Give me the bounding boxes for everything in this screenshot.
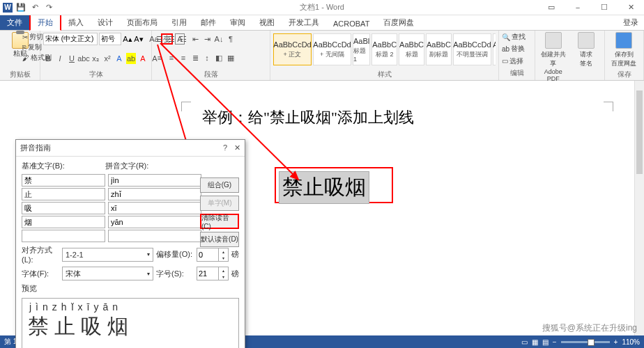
- bold-button[interactable]: B: [43, 53, 53, 64]
- highlight-button[interactable]: ab: [126, 53, 136, 64]
- base-text-input[interactable]: [22, 216, 105, 228]
- styles-gallery[interactable]: AaBbCcDd+ 正文AaBbCcDd+ 无间隔AaBl标题 1AaBbC标题…: [273, 32, 496, 67]
- tab-insert[interactable]: 插入: [61, 15, 91, 30]
- base-text-input[interactable]: [22, 174, 105, 187]
- zoom-slider[interactable]: [561, 341, 610, 343]
- selected-text[interactable]: 禁止吸烟: [279, 171, 369, 204]
- font-size-select[interactable]: 初号: [99, 33, 121, 45]
- style-item[interactable]: AaBbC标题 2: [371, 33, 397, 65]
- multilevel-button[interactable]: ☷: [178, 33, 188, 45]
- base-text-input[interactable]: [22, 230, 105, 242]
- ruby-text-input[interactable]: [108, 216, 201, 228]
- select-button[interactable]: ▭选择: [502, 56, 532, 66]
- numbering-button[interactable]: ☲: [167, 33, 176, 45]
- default-reading-button[interactable]: 默认读音(D): [200, 232, 239, 247]
- save-qat[interactable]: 💾: [15, 2, 26, 13]
- offset-stepper[interactable]: ▴▾: [197, 248, 229, 262]
- font-name-select[interactable]: 宋体 (中文正文): [43, 33, 98, 45]
- style-item[interactable]: AaBbC标题: [399, 33, 424, 65]
- style-item[interactable]: AaBbCcDd+ 正文: [273, 33, 312, 65]
- styles-label: 样式: [273, 70, 496, 80]
- redo-qat[interactable]: ↷: [43, 2, 54, 13]
- vertical-scrollbar[interactable]: [634, 81, 644, 335]
- italic-button[interactable]: I: [55, 53, 65, 64]
- style-item[interactable]: AaBl标题 1: [353, 33, 370, 65]
- login-link[interactable]: 登录: [618, 15, 644, 30]
- tab-design[interactable]: 设计: [91, 15, 120, 30]
- underline-button[interactable]: U: [67, 53, 77, 64]
- shrink-font-button[interactable]: A▾: [134, 33, 144, 45]
- preview-label: 预览: [22, 283, 239, 294]
- tab-developer[interactable]: 开发工具: [282, 15, 326, 30]
- borders-button[interactable]: ▦: [226, 52, 236, 63]
- preview-box: jìnzhǐxīyān 禁止吸烟: [22, 298, 239, 348]
- undo-qat[interactable]: ↶: [29, 2, 40, 13]
- document-text[interactable]: 举例：给"禁止吸烟"添加上划线: [202, 107, 414, 128]
- tab-acrobat[interactable]: ACROBAT: [326, 17, 376, 30]
- read-mode-icon[interactable]: ▭: [521, 338, 528, 346]
- chevron-down-icon: ▾: [147, 251, 150, 258]
- scroll-thumb[interactable]: [636, 90, 643, 174]
- minimize-icon[interactable]: −: [567, 1, 588, 15]
- dec-indent-button[interactable]: ⇤: [190, 33, 200, 45]
- dialog-help-icon[interactable]: ?: [223, 143, 227, 152]
- ruby-text-input[interactable]: [108, 188, 201, 200]
- font-color-button[interactable]: A: [138, 53, 148, 64]
- font-select[interactable]: 宋体▾: [62, 267, 153, 280]
- tab-layout[interactable]: 页面布局: [120, 15, 164, 30]
- ribbon-opts-icon[interactable]: ▭: [541, 1, 562, 15]
- align-right-button[interactable]: ≡: [178, 52, 188, 63]
- tab-references[interactable]: 引用: [164, 15, 194, 30]
- ruby-text-input[interactable]: [108, 202, 201, 214]
- style-item[interactable]: AaBbCcDd+ 无间隔: [313, 33, 351, 65]
- align-center-button[interactable]: ≡: [167, 52, 176, 63]
- style-item[interactable]: AaBbCcDd强调: [493, 33, 496, 65]
- tab-mailings[interactable]: 邮件: [194, 15, 223, 30]
- replace-button[interactable]: ab替换: [502, 44, 532, 54]
- line-spacing-button[interactable]: ↕: [202, 52, 212, 63]
- find-button[interactable]: 🔍查找: [502, 32, 532, 42]
- style-item[interactable]: AaBbCcDd不明显强调: [453, 33, 491, 65]
- align-select[interactable]: 1-2-1▾: [62, 248, 153, 262]
- clear-reading-button[interactable]: 清除读音(C): [200, 214, 239, 229]
- zoom-level[interactable]: 110%: [622, 338, 640, 346]
- tab-view[interactable]: 视图: [252, 15, 282, 30]
- ruby-text-input[interactable]: [108, 174, 201, 187]
- inc-indent-button[interactable]: ⇥: [202, 33, 212, 45]
- find-icon: 🔍: [502, 33, 510, 41]
- tab-review[interactable]: 审阅: [223, 15, 252, 30]
- tab-file[interactable]: 文件: [0, 15, 29, 30]
- close-icon[interactable]: ✕: [620, 1, 641, 15]
- dialog-close-icon[interactable]: ✕: [234, 143, 240, 152]
- margin-corner: [181, 102, 191, 111]
- tab-home[interactable]: 开始: [29, 14, 61, 31]
- style-item[interactable]: AaBbC副标题: [426, 33, 452, 65]
- bullets-button[interactable]: ☰: [155, 33, 164, 45]
- print-layout-icon[interactable]: ▦: [532, 338, 538, 346]
- text-effects-button[interactable]: A: [114, 53, 124, 64]
- sort-button[interactable]: A↓: [214, 33, 224, 45]
- zoom-out-button[interactable]: −: [553, 338, 557, 346]
- create-pdf-button[interactable]: 创建并共享 Adobe PDF: [538, 32, 569, 82]
- web-layout-icon[interactable]: ▤: [542, 338, 549, 346]
- ruby-text-input[interactable]: [108, 230, 201, 242]
- show-marks-button[interactable]: ¶: [226, 33, 236, 45]
- window-title: 文档1 - Word: [300, 2, 344, 13]
- save-baidu-button[interactable]: 保存到 百度网盘: [608, 32, 640, 68]
- zoom-in-button[interactable]: +: [614, 338, 618, 346]
- combine-button[interactable]: 组合(G): [200, 177, 239, 193]
- size-stepper[interactable]: ▴▾: [197, 267, 229, 280]
- base-text-input[interactable]: [22, 188, 105, 200]
- subscript-button[interactable]: x₂: [91, 53, 100, 64]
- dialog-titlebar[interactable]: 拼音指南 ? ✕: [16, 140, 245, 157]
- justify-button[interactable]: ≣: [190, 52, 200, 63]
- strike-button[interactable]: abc: [79, 53, 89, 64]
- grow-font-button[interactable]: A▴: [123, 33, 132, 45]
- base-text-input[interactable]: [22, 202, 105, 214]
- shading-button[interactable]: ◧: [214, 52, 224, 63]
- request-sign-button[interactable]: 请求 签名: [572, 32, 602, 82]
- align-left-button[interactable]: ≡: [155, 52, 164, 63]
- maximize-icon[interactable]: ☐: [594, 1, 615, 15]
- superscript-button[interactable]: x²: [102, 53, 112, 64]
- tab-baidu[interactable]: 百度网盘: [376, 15, 421, 30]
